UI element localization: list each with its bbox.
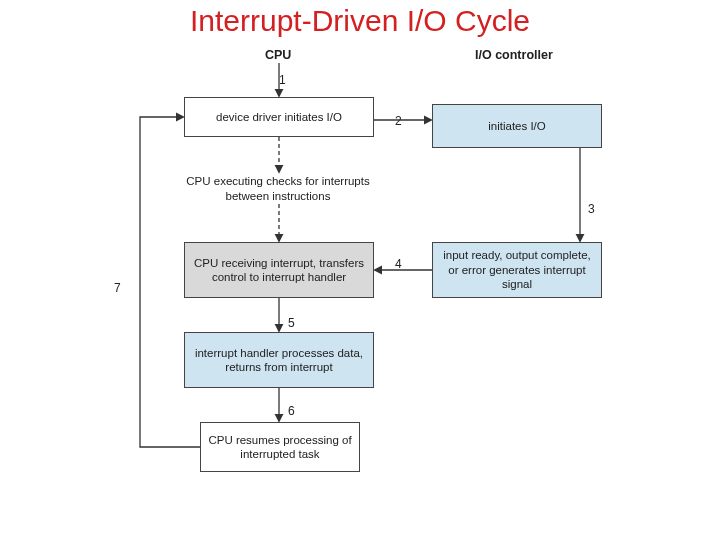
box-driver-initiates: device driver initiates I/O <box>184 97 374 137</box>
step-6-label: 6 <box>288 404 295 418</box>
step-4-label: 4 <box>395 257 402 271</box>
page-title: Interrupt-Driven I/O Cycle <box>0 4 720 38</box>
step-5-label: 5 <box>288 316 295 330</box>
box-cpu-resumes: CPU resumes processing of interrupted ta… <box>200 422 360 472</box>
column-io: I/O controller <box>475 48 553 62</box>
box-handler-processes: interrupt handler processes data, return… <box>184 332 374 388</box>
box-initiates-io: initiates I/O <box>432 104 602 148</box>
step-3-label: 3 <box>588 202 595 216</box>
box-cpu-receiving: CPU receiving interrupt, transfers contr… <box>184 242 374 298</box>
step-7-label: 7 <box>114 281 121 295</box>
step-1-label: 1 <box>279 73 286 87</box>
text-cpu-executing: CPU executing checks for interrupts betw… <box>178 174 378 204</box>
step-2-label: 2 <box>395 114 402 128</box>
column-cpu: CPU <box>265 48 291 62</box>
box-input-ready: input ready, output complete, or error g… <box>432 242 602 298</box>
